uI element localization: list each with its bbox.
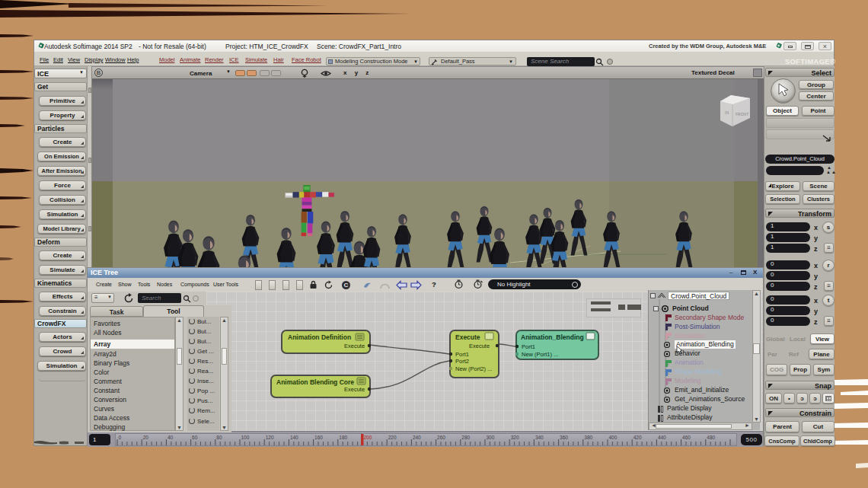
svg-text:Port2: Port2 <box>455 358 469 365</box>
svg-text:320: 320 <box>511 435 519 440</box>
svg-text:Execute: Execute <box>455 333 480 341</box>
svg-text:480: 480 <box>707 435 715 440</box>
svg-text:20: 20 <box>143 435 149 440</box>
svg-text:180: 180 <box>339 435 347 440</box>
svg-text:Animation_Blending: Animation_Blending <box>521 333 584 341</box>
svg-text:Port1: Port1 <box>522 343 535 350</box>
svg-text:Animation Blending Core: Animation Blending Core <box>276 378 354 386</box>
svg-text:340: 340 <box>535 435 544 440</box>
svg-text:360: 360 <box>560 435 568 440</box>
svg-text:80: 80 <box>216 435 222 440</box>
svg-text:460: 460 <box>682 435 691 440</box>
svg-text:280: 280 <box>461 435 470 440</box>
svg-text:200: 200 <box>364 435 372 440</box>
svg-text:440: 440 <box>658 435 666 440</box>
svg-text:140: 140 <box>290 435 298 440</box>
svg-text:Animation Definition: Animation Definition <box>288 333 351 341</box>
svg-text:240: 240 <box>413 435 421 440</box>
svg-text:New (Port2) ...: New (Port2) ... <box>455 365 492 372</box>
svg-text:0: 0 <box>119 435 122 440</box>
svg-text:220: 220 <box>388 435 397 440</box>
svg-text:Port1: Port1 <box>455 351 469 358</box>
svg-text:40: 40 <box>168 435 174 440</box>
svg-text:160: 160 <box>314 435 323 440</box>
svg-text:400: 400 <box>609 435 617 440</box>
svg-text:New (Port1) ...: New (Port1) ... <box>522 351 558 358</box>
svg-text:Execute: Execute <box>344 386 365 393</box>
svg-text:120: 120 <box>266 435 274 440</box>
svg-text:60: 60 <box>192 435 198 440</box>
svg-text:420: 420 <box>633 435 642 440</box>
svg-text:100: 100 <box>241 435 250 440</box>
svg-text:260: 260 <box>437 435 445 440</box>
svg-text:Execute: Execute <box>344 343 365 349</box>
svg-text:300: 300 <box>487 435 495 440</box>
svg-text:380: 380 <box>584 435 592 440</box>
svg-text:Execute: Execute <box>469 343 490 349</box>
